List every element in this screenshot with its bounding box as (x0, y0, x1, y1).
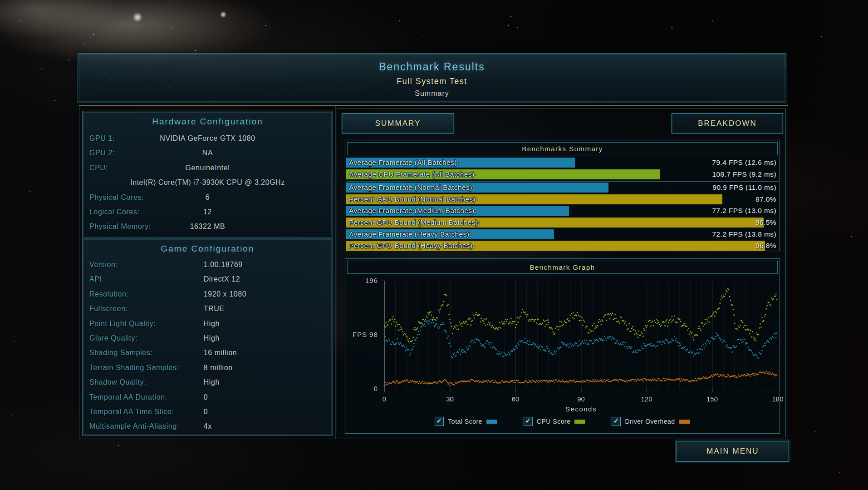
benchmark-results-screen: Benchmark Results Full System Test Summa… (0, 0, 868, 490)
summary-row-label: Average Framerate (Medium Batches): (349, 207, 477, 215)
config-value: 0 (204, 393, 208, 401)
page-subtitle: Full System Test (78, 77, 786, 86)
summary-row: Average CPU Framerate (All Batches): 108… (346, 169, 779, 181)
y-tick-label: 196 (346, 277, 378, 284)
summary-row-value: 87.0% (755, 195, 776, 203)
column-divider (335, 106, 336, 439)
config-label: Terrain Shading Samples: (89, 364, 179, 372)
config-value: TRUE (204, 305, 225, 313)
total-score-checkbox-icon[interactable] (435, 417, 444, 426)
config-row: Physical Memory: 16322 MB (83, 219, 333, 234)
config-row: Multisample Anti-Aliasing: 4x (83, 419, 333, 434)
summary-row: Average Framerate (Medium Batches): 77.2… (346, 205, 779, 217)
config-value: 1.00.18769 (204, 261, 243, 269)
game-config-title: Game Configuration (83, 244, 333, 254)
config-label: Temporal AA Time Slice: (89, 408, 174, 416)
config-row: Glare Quality: High (83, 331, 333, 346)
benchmark-graph-panel: Benchmark Graph 196FPS 980 0306090120150… (345, 258, 780, 434)
summary-row-value: 108.7 FPS (9.2 ms) (712, 170, 776, 178)
summary-row-value: 96.5% (755, 218, 776, 227)
config-value: High (204, 334, 220, 342)
x-tick-label: 0 (373, 395, 396, 403)
driver-overhead-color-swatch (679, 420, 690, 424)
config-row: Terrain Shading Samples: 8 million (83, 361, 333, 375)
config-value: 6 (83, 193, 333, 202)
x-axis-label: Seconds (384, 405, 778, 413)
summary-row-value: 79.4 FPS (12.6 ms) (712, 158, 776, 167)
summary-row-label: Average Framerate (Normal Batches): (349, 183, 474, 192)
summary-row-label: Percent GPU Bound (Medium Batches): (349, 218, 480, 227)
config-label: Multisample Anti-Aliasing: (89, 422, 179, 431)
config-row: Version: 1.00.18769 (83, 257, 333, 272)
config-row: Temporal AA Duration: 0 (83, 390, 333, 405)
summary-row: Percent GPU Bound (Normal Batches): 87.0… (346, 194, 779, 206)
page-title: Benchmark Results (78, 61, 786, 73)
summary-row: Percent GPU Bound (Heavy Batches): 96.8% (346, 240, 779, 252)
x-tick-label: 60 (504, 395, 527, 403)
config-label: Shading Samples: (89, 349, 152, 357)
config-label: Fullscreen: (89, 305, 128, 313)
y-tick-label: FPS 98 (346, 331, 378, 338)
asteroid-field (0, 0, 1, 1)
summary-section-divider (346, 181, 779, 182)
tab-summary[interactable]: SUMMARY (342, 113, 454, 134)
hardware-configuration-panel: Hardware Configuration GPU 1: NVIDIA GeF… (82, 111, 333, 238)
summary-row-value: 96.8% (755, 242, 776, 250)
benchmark-graph-title: Benchmark Graph (347, 261, 778, 274)
summary-row-value: 72.2 FPS (13.8 ms) (712, 230, 776, 238)
config-row: API: DirectX 12 (83, 272, 333, 287)
config-value: High (204, 378, 220, 386)
config-row: Temporal AA Time Slice: 0 (83, 405, 333, 419)
config-label: Resolution: (89, 290, 129, 298)
benchmarks-summary-rows: Average Framerate (All Batches): 79.4 FP… (346, 157, 779, 252)
summary-row-label: Average CPU Framerate (All Batches): (349, 170, 476, 178)
config-value: NA (83, 149, 333, 157)
config-label: Temporal AA Duration: (89, 393, 167, 401)
summary-row-label: Percent GPU Bound (Normal Batches): (349, 195, 478, 203)
summary-row: Average Framerate (All Batches): 79.4 FP… (346, 157, 779, 169)
summary-row: Average Framerate (Normal Batches): 90.9… (346, 182, 779, 194)
config-value: NVIDIA GeForce GTX 1080 (83, 134, 333, 143)
config-row: GPU 1: NVIDIA GeForce GTX 1080 (83, 131, 333, 146)
config-label: Point Light Quality: (89, 320, 156, 328)
legend-item-total-score: Total Score (435, 417, 497, 426)
config-label: Shadow Quality: (89, 378, 147, 386)
cpu-score-color-swatch (574, 420, 585, 424)
config-row: CPU: GenuineIntel (83, 161, 333, 175)
config-label: Version: (89, 261, 118, 269)
config-value: 4x (204, 422, 212, 431)
x-tick-label: 180 (766, 395, 789, 403)
legend-label: CPU Score (537, 418, 571, 425)
summary-row-label: Average Framerate (All Batches): (349, 158, 459, 167)
driver-overhead-checkbox-icon[interactable] (612, 417, 621, 426)
tab-breakdown[interactable]: BREAKDOWN (672, 113, 783, 134)
summary-row-value: 77.2 FPS (13.0 ms) (712, 207, 776, 215)
legend-item-driver-overhead: Driver Overhead (612, 417, 690, 426)
config-row: Physical Cores: 6 (83, 190, 333, 205)
graph-legend: Total Score CPU Score Driver Overhead (345, 417, 780, 426)
config-value: 8 million (204, 364, 233, 372)
x-tick-label: 30 (439, 395, 461, 403)
main-menu-button[interactable]: MAIN MENU (677, 441, 789, 462)
title-panel: Benchmark Results Full System Test Summa… (78, 53, 786, 103)
x-tick-label: 90 (570, 395, 593, 403)
config-row: Resolution: 1920 x 1080 (83, 287, 333, 302)
game-configuration-panel: Game Configuration Version: 1.00.18769 A… (82, 238, 333, 436)
config-value: High (204, 320, 220, 328)
legend-item-cpu-score: CPU Score (524, 417, 586, 426)
summary-row-label: Percent GPU Bound (Heavy Batches): (349, 242, 475, 250)
config-row: Logical Cores: 12 (83, 205, 333, 219)
config-value: 0 (204, 408, 208, 416)
config-row: Fullscreen: TRUE (83, 302, 333, 316)
x-tick-label: 120 (635, 395, 658, 403)
config-value: GenuineIntel (83, 164, 333, 172)
config-value: 12 (83, 208, 333, 216)
cpu-score-checkbox-icon[interactable] (524, 417, 533, 426)
config-row-cpu-full: Intel(R) Core(TM) i7-3930K CPU @ 3.20GHz (83, 175, 333, 190)
config-row: Shadow Quality: High (83, 375, 333, 390)
summary-row: Percent GPU Bound (Medium Batches): 96.5… (346, 217, 779, 229)
x-tick-label: 150 (701, 395, 724, 403)
config-row: GPU 2: NA (83, 146, 333, 160)
config-row: Shading Samples: 16 million (83, 346, 333, 360)
config-label: API: (89, 275, 104, 283)
